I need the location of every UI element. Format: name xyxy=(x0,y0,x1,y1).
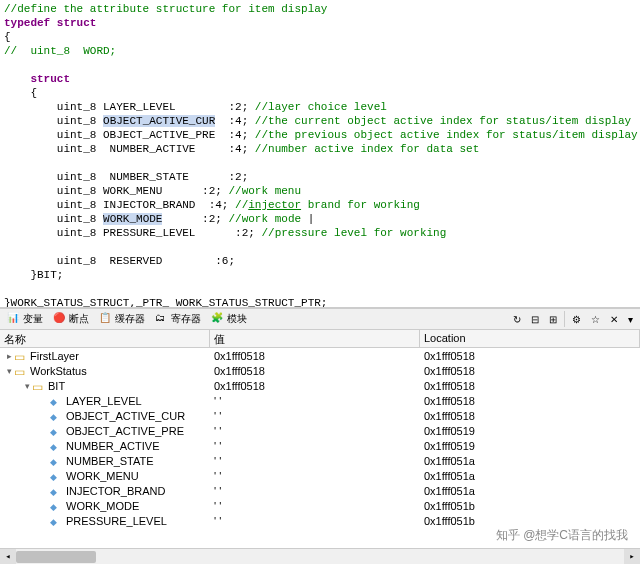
field-icon xyxy=(50,470,64,482)
code-brace: { xyxy=(4,86,636,100)
toolbar-menu-button[interactable]: ▾ xyxy=(625,313,636,326)
code-text: uint_8 INJECTOR_BRAND :4; xyxy=(4,199,235,211)
toolbar-refresh-button[interactable]: ↻ xyxy=(510,313,524,326)
breakpoint-icon: 🔴 xyxy=(53,312,67,326)
struct-icon xyxy=(32,380,46,392)
horizontal-scrollbar[interactable]: ◂ ▸ xyxy=(0,548,640,564)
row-name: WORK_MODE xyxy=(66,500,139,512)
table-row[interactable]: ▾BIT0x1fff05180x1fff0518 xyxy=(0,378,640,393)
row-name: NUMBER_ACTIVE xyxy=(66,440,160,452)
field-icon xyxy=(50,440,64,452)
code-text: uint_8 OBJECT_ACTIVE_PRE :4; xyxy=(4,129,255,141)
register-icon: 🗂 xyxy=(155,312,169,326)
row-value: 0x1fff0518 xyxy=(210,350,420,362)
scroll-right-button[interactable]: ▸ xyxy=(624,549,640,564)
code-text: }WORK_STATUS_STRUCT,_PTR_ WORK_STATUS_ST… xyxy=(4,296,636,308)
table-row[interactable]: WORK_MENU' '0x1fff051a xyxy=(0,468,640,483)
field-icon xyxy=(50,500,64,512)
table-header: 名称 值 Location xyxy=(0,330,640,348)
tab-modules[interactable]: 🧩模块 xyxy=(208,311,250,327)
scroll-left-button[interactable]: ◂ xyxy=(0,549,16,564)
expand-toggle[interactable]: ▾ xyxy=(4,366,14,376)
row-location: 0x1fff051b xyxy=(420,500,640,512)
collapse-icon: ⊟ xyxy=(531,314,539,325)
row-value: ' ' xyxy=(210,470,420,482)
row-name: WorkStatus xyxy=(30,365,87,377)
row-location: 0x1fff0518 xyxy=(420,365,640,377)
cursor: | xyxy=(308,213,315,225)
code-comment: //number active index for data set xyxy=(255,143,479,155)
row-value: ' ' xyxy=(210,500,420,512)
code-text: uint_8 PRESSURE_LEVEL :2; xyxy=(4,227,261,239)
tab-breakpoints[interactable]: 🔴断点 xyxy=(50,311,92,327)
row-location: 0x1fff051a xyxy=(420,485,640,497)
code-comment: //work menu xyxy=(228,185,301,197)
debug-toolbar: 📊变量 🔴断点 📋缓存器 🗂寄存器 🧩模块 ↻ ⊟ ⊞ ⚙ ☆ ✕ ▾ xyxy=(0,308,640,330)
toolbar-filter-button[interactable]: ☆ xyxy=(588,313,603,326)
toolbar-settings-button[interactable]: ⚙ xyxy=(569,313,584,326)
tab-variables[interactable]: 📊变量 xyxy=(4,311,46,327)
tab-cache[interactable]: 📋缓存器 xyxy=(96,311,148,327)
table-row[interactable]: OBJECT_ACTIVE_PRE' '0x1fff0519 xyxy=(0,423,640,438)
scroll-track[interactable] xyxy=(16,549,624,564)
row-value: ' ' xyxy=(210,485,420,497)
tab-registers[interactable]: 🗂寄存器 xyxy=(152,311,204,327)
expand-toggle[interactable]: ▾ xyxy=(22,381,32,391)
column-location[interactable]: Location xyxy=(420,330,640,347)
struct-icon xyxy=(14,365,28,377)
expand-icon: ⊞ xyxy=(549,314,557,325)
toolbar-expand-button[interactable]: ⊞ xyxy=(546,313,560,326)
code-comment: //define the attribute structure for ite… xyxy=(4,3,327,15)
code-comment: //the previous object active index for s… xyxy=(255,129,638,141)
row-location: 0x1fff051a xyxy=(420,455,640,467)
code-text: uint_8 xyxy=(4,115,103,127)
column-name[interactable]: 名称 xyxy=(0,330,210,347)
code-text: uint_8 NUMBER_ACTIVE :4; xyxy=(4,143,255,155)
code-editor[interactable]: //define the attribute structure for ite… xyxy=(0,0,640,308)
gear-icon: ⚙ xyxy=(572,314,581,325)
separator xyxy=(564,311,565,327)
watermark: 知乎 @想学C语言的找我 xyxy=(492,525,632,546)
code-text: uint_8 WORK_MENU :2; xyxy=(4,185,228,197)
row-location: 0x1fff0519 xyxy=(420,440,640,452)
toolbar-clear-button[interactable]: ✕ xyxy=(607,313,621,326)
code-text: uint_8 NUMBER_STATE :2; xyxy=(4,170,636,184)
column-value[interactable]: 值 xyxy=(210,330,420,347)
field-icon xyxy=(50,455,64,467)
table-row[interactable]: INJECTOR_BRAND' '0x1fff051a xyxy=(0,483,640,498)
code-text: :4; xyxy=(215,115,255,127)
variables-icon: 📊 xyxy=(7,312,21,326)
row-name: BIT xyxy=(48,380,65,392)
table-row[interactable]: OBJECT_ACTIVE_CUR' '0x1fff0518 xyxy=(0,408,640,423)
row-value: ' ' xyxy=(210,425,420,437)
code-brace: { xyxy=(4,30,636,44)
table-row[interactable]: ▸FirstLayer0x1fff05180x1fff0518 xyxy=(0,348,640,363)
table-row[interactable]: NUMBER_STATE' '0x1fff051a xyxy=(0,453,640,468)
row-name: WORK_MENU xyxy=(66,470,139,482)
row-location: 0x1fff0518 xyxy=(420,380,640,392)
cache-icon: 📋 xyxy=(99,312,113,326)
row-location: 0x1fff0518 xyxy=(420,395,640,407)
table-row[interactable]: NUMBER_ACTIVE' '0x1fff0519 xyxy=(0,438,640,453)
code-text: uint_8 LAYER_LEVEL :2; xyxy=(4,101,255,113)
table-row[interactable]: LAYER_LEVEL' '0x1fff0518 xyxy=(0,393,640,408)
row-value: 0x1fff0518 xyxy=(210,380,420,392)
toolbar-collapse-button[interactable]: ⊟ xyxy=(528,313,542,326)
variables-table[interactable]: ▸FirstLayer0x1fff05180x1fff0518▾WorkStat… xyxy=(0,348,640,528)
row-name: FirstLayer xyxy=(30,350,79,362)
row-value: ' ' xyxy=(210,395,420,407)
table-row[interactable]: WORK_MODE' '0x1fff051b xyxy=(0,498,640,513)
row-location: 0x1fff051a xyxy=(420,470,640,482)
row-name: PRESSURE_LEVEL xyxy=(66,515,167,527)
refresh-icon: ↻ xyxy=(513,314,521,325)
clear-icon: ✕ xyxy=(610,314,618,325)
struct-icon xyxy=(14,350,28,362)
expand-toggle[interactable]: ▸ xyxy=(4,351,14,361)
row-value: 0x1fff0518 xyxy=(210,365,420,377)
table-row[interactable]: ▾WorkStatus0x1fff05180x1fff0518 xyxy=(0,363,640,378)
scroll-thumb[interactable] xyxy=(16,551,96,563)
code-highlight: WORK_MODE xyxy=(103,213,162,225)
row-name: INJECTOR_BRAND xyxy=(66,485,165,497)
field-icon xyxy=(50,425,64,437)
code-comment: //layer choice level xyxy=(255,101,387,113)
